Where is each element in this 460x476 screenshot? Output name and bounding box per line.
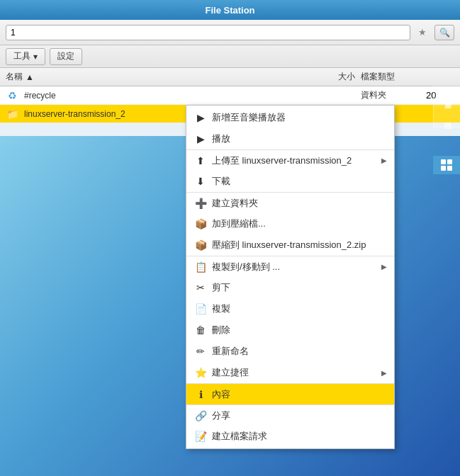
col-size-label[interactable]: 大小 (338, 72, 355, 81)
menu-item-delete[interactable]: 🗑 刪除 (186, 319, 394, 341)
copy-move-icon: 📋 (195, 261, 206, 273)
menu-label: 建立資料夾 (212, 197, 258, 210)
submenu-arrow-icon: ▶ (381, 369, 387, 377)
menu-label: 內容 (212, 388, 230, 401)
menu-item-add-to-music[interactable]: ▶ 新增至音樂播放器 (186, 107, 394, 128)
menu-item-create-shortcut[interactable]: ⭐ 建立捷徑 ▶ (186, 362, 394, 383)
menu-label: 壓縮到 linuxserver-transmission_2.zip (212, 239, 366, 251)
app-title: File Station (205, 5, 254, 16)
menu-label: 複製 (212, 302, 230, 315)
upload-icon: ⬆ (195, 155, 206, 166)
menu-item-upload[interactable]: ⬆ 上傳至 linuxserver-transmission_2 ▶ (186, 149, 394, 171)
search-toolbar: ★ 🔍 (0, 20, 460, 45)
menu-item-create-folder[interactable]: ➕ 建立資料夾 (186, 192, 394, 213)
menu-item-copy[interactable]: 📄 複製 (186, 298, 394, 319)
submenu-arrow-icon: ▶ (381, 263, 387, 271)
search-input[interactable] (6, 25, 410, 40)
recent-button[interactable]: 已開 (434, 106, 460, 128)
properties-icon: ℹ (195, 389, 206, 400)
menu-item-cut[interactable]: ✂ 剪下 (186, 277, 394, 298)
tools-button[interactable]: 工具 ▾ (6, 48, 45, 65)
recycle-icon: ♻ (6, 89, 18, 102)
menu-item-copy-move[interactable]: 📋 複製到/移動到 ... ▶ (186, 256, 394, 277)
menu-label: 建立捷徑 (212, 366, 249, 379)
col-type-label[interactable]: 檔案類型 (361, 72, 395, 81)
rename-icon: ✏ (195, 346, 206, 357)
folder-icon: 📁 (6, 108, 18, 120)
menu-item-download[interactable]: ⬇ 下載 (186, 171, 394, 192)
menu-item-share[interactable]: 🔗 分享 (186, 404, 394, 426)
col-sort-icon: ▲ (26, 72, 34, 82)
file-name: linuxserver-transmission_2 (24, 109, 125, 119)
tools-arrow-icon: ▾ (33, 52, 38, 62)
download-icon: ⬇ (195, 176, 206, 187)
play-icon: ▶ (195, 133, 206, 144)
file-name: #recycle (24, 91, 56, 101)
right-panel: 瀏覽 已開 (433, 85, 460, 128)
file-type: 資料夾 (355, 89, 426, 101)
menu-label: 重新命名 (212, 345, 249, 358)
menu-item-compress-zip[interactable]: 📦 壓縮到 linuxserver-transmission_2.zip (186, 234, 394, 256)
menu-item-file-request[interactable]: 📝 建立檔案請求 (186, 426, 394, 447)
tools-label: 工具 (13, 50, 30, 62)
menu-label: 建立檔案請求 (212, 430, 267, 443)
menu-label: 複製到/移動到 ... (212, 261, 280, 273)
file-request-icon: 📝 (195, 431, 206, 442)
menu-item-compress[interactable]: 📦 加到壓縮檔... (186, 213, 394, 234)
settings-button[interactable]: 設定 (50, 48, 82, 65)
compress-icon: 📦 (195, 218, 206, 230)
file-list-header: 名稱 ▲ 大小 檔案類型 (0, 68, 460, 86)
delete-icon: 🗑 (195, 324, 206, 336)
compress-zip-icon: 📦 (195, 239, 206, 251)
grid-view-button[interactable] (433, 156, 460, 174)
search-button[interactable]: 🔍 (434, 25, 454, 40)
menu-label: 剪下 (212, 281, 230, 294)
shortcut-icon: ⭐ (195, 367, 206, 378)
menu-label: 上傳至 linuxserver-transmission_2 (212, 154, 352, 167)
table-row[interactable]: ♻ #recycle 資料夾 20 (0, 86, 460, 105)
menu-label: 加到壓縮檔... (212, 217, 266, 230)
copy-icon: 📄 (195, 303, 206, 314)
settings-label: 設定 (57, 50, 74, 62)
add-to-music-icon: ▶ (195, 112, 206, 123)
col-name-label[interactable]: 名稱 (6, 71, 23, 83)
menu-item-properties[interactable]: ℹ 內容 (186, 383, 394, 404)
menu-label: 播放 (212, 132, 230, 145)
context-menu: ▶ 新增至音樂播放器 ▶ 播放 ⬆ 上傳至 linuxserver-transm… (186, 105, 395, 449)
menu-label: 刪除 (212, 324, 230, 336)
submenu-arrow-icon: ▶ (381, 157, 387, 164)
menu-label: 分享 (212, 409, 230, 422)
share-icon: 🔗 (195, 410, 206, 421)
menu-label: 新增至音樂播放器 (212, 111, 286, 124)
action-toolbar: 工具 ▾ 設定 (0, 45, 460, 68)
menu-item-rename[interactable]: ✏ 重新命名 (186, 341, 394, 362)
menu-label: 下載 (212, 175, 230, 188)
browse-button[interactable]: 瀏覽 (434, 85, 460, 106)
menu-item-play[interactable]: ▶ 播放 (186, 128, 394, 149)
grid-icon (441, 159, 452, 171)
star-icon[interactable]: ★ (415, 25, 430, 40)
cut-icon: ✂ (195, 282, 206, 293)
title-bar: File Station (0, 0, 460, 20)
create-folder-icon: ➕ (195, 198, 206, 209)
